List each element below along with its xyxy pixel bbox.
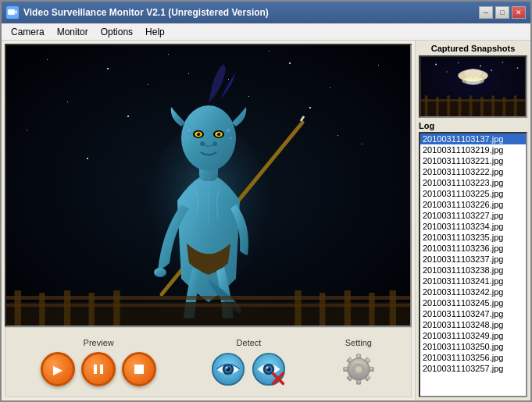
svg-point-16 — [212, 141, 217, 146]
setting-label: Setting — [345, 338, 372, 347]
log-item[interactable]: 20100311103226.jpg — [420, 199, 526, 210]
svg-marker-1 — [15, 10, 17, 14]
log-item[interactable]: 20100311103242.jpg — [420, 286, 526, 297]
log-item[interactable]: 20100311103222.jpg — [420, 166, 526, 177]
log-item[interactable]: 20100311103223.jpg — [420, 177, 526, 188]
log-item[interactable]: 20100311103225.jpg — [420, 188, 526, 199]
detect-group: Detect — [211, 338, 286, 386]
svg-point-17 — [187, 129, 191, 132]
svg-point-14 — [216, 133, 218, 134]
settings-button[interactable] — [341, 352, 376, 386]
log-item[interactable]: 20100311103247.jpg — [420, 308, 526, 319]
minimize-button[interactable]: ─ — [479, 6, 493, 19]
svg-rect-87 — [514, 95, 517, 116]
main-window: Video Surveillance Monitor V2.1 (Unregis… — [0, 0, 532, 402]
log-item[interactable]: 20100311103245.jpg — [420, 297, 526, 308]
svg-rect-79 — [425, 95, 428, 116]
log-item[interactable]: 20100311103236.jpg — [420, 243, 526, 254]
maximize-button[interactable]: □ — [495, 6, 509, 19]
video-background — [6, 45, 410, 326]
log-item[interactable]: 20100311103235.jpg — [420, 232, 526, 243]
svg-rect-32 — [390, 290, 396, 326]
log-item[interactable]: 20100311103249.jpg — [420, 330, 526, 341]
svg-rect-23 — [15, 290, 21, 326]
svg-point-15 — [200, 141, 205, 146]
svg-rect-85 — [491, 95, 495, 116]
svg-rect-35 — [94, 365, 97, 374]
log-item[interactable]: 20100311103256.jpg — [420, 352, 526, 363]
right-panel: Captured Snapshots — [415, 41, 530, 400]
log-list[interactable]: 20100311103137.jpg20100311103219.jpg2010… — [419, 132, 527, 397]
pause-button[interactable] — [81, 352, 116, 386]
log-item[interactable]: 20100311103221.jpg — [420, 155, 526, 166]
window-title: Video Surveillance Monitor V2.1 (Unregis… — [23, 7, 269, 18]
controls-area: Preview ▶ — [5, 327, 412, 397]
log-item[interactable]: 20100311103234.jpg — [420, 221, 526, 232]
svg-rect-34 — [6, 304, 410, 307]
log-item[interactable]: 20100311103137.jpg — [420, 133, 526, 144]
left-panel: Preview ▶ — [2, 41, 415, 400]
svg-point-47 — [266, 367, 269, 369]
preview-label: Preview — [84, 338, 114, 347]
log-title: Log — [419, 121, 527, 130]
log-item[interactable]: 20100311103250.jpg — [420, 341, 526, 352]
log-item[interactable]: 20100311103248.jpg — [420, 319, 526, 330]
svg-point-21 — [154, 268, 166, 277]
video-display — [5, 44, 412, 327]
setting-group: Setting — [341, 338, 376, 386]
window-controls: ─ □ ✕ — [479, 6, 526, 19]
fence-overlay — [6, 279, 410, 326]
svg-point-64 — [480, 65, 481, 66]
svg-point-77 — [483, 74, 485, 76]
svg-point-72 — [466, 80, 480, 86]
svg-rect-88 — [421, 99, 525, 101]
svg-point-67 — [446, 71, 448, 73]
svg-rect-37 — [134, 365, 144, 374]
svg-point-20 — [229, 137, 231, 140]
svg-point-68 — [491, 69, 492, 71]
detect-cross-button[interactable] — [252, 352, 286, 386]
play-button[interactable]: ▶ — [41, 352, 75, 386]
log-item[interactable]: 20100311103238.jpg — [420, 265, 526, 276]
app-icon — [6, 6, 19, 19]
snapshot-thumbnail[interactable] — [419, 55, 527, 118]
detect-buttons — [211, 352, 286, 386]
svg-point-60 — [355, 366, 361, 372]
menu-options[interactable]: Options — [95, 25, 139, 39]
log-item[interactable]: 20100311103257.jpg — [420, 363, 526, 374]
svg-point-76 — [478, 76, 480, 78]
svg-point-13 — [196, 133, 198, 134]
svg-point-19 — [227, 129, 230, 132]
svg-rect-36 — [100, 365, 103, 374]
log-item[interactable]: 20100311103227.jpg — [420, 210, 526, 221]
preview-buttons: ▶ — [41, 352, 156, 386]
svg-rect-25 — [64, 290, 70, 326]
detect-label: Detect — [237, 338, 262, 347]
svg-point-42 — [226, 367, 228, 369]
close-button[interactable]: ✕ — [512, 6, 526, 19]
log-item[interactable]: 20100311103219.jpg — [420, 144, 526, 155]
stop-button[interactable] — [122, 352, 156, 386]
svg-rect-0 — [8, 9, 15, 15]
menu-monitor[interactable]: Monitor — [51, 25, 95, 39]
svg-line-4 — [301, 116, 304, 121]
svg-point-18 — [185, 137, 187, 140]
log-item[interactable]: 20100311103237.jpg — [420, 254, 526, 265]
svg-point-65 — [502, 62, 504, 63]
svg-rect-83 — [470, 95, 473, 116]
svg-rect-27 — [113, 290, 120, 326]
svg-rect-28 — [295, 290, 301, 326]
svg-rect-33 — [6, 296, 410, 300]
menu-help[interactable]: Help — [139, 25, 171, 39]
svg-point-75 — [472, 76, 474, 79]
svg-point-74 — [466, 76, 468, 78]
menu-bar: Camera Monitor Options Help — [2, 23, 530, 41]
menu-camera[interactable]: Camera — [5, 25, 51, 39]
svg-point-66 — [517, 67, 519, 69]
svg-rect-81 — [447, 95, 450, 116]
detect-normal-button[interactable] — [211, 352, 245, 386]
main-content: Preview ▶ — [2, 41, 530, 400]
log-item[interactable]: 20100311103241.jpg — [420, 276, 526, 286]
snapshots-title: Captured Snapshots — [419, 44, 527, 53]
svg-point-73 — [461, 74, 463, 76]
